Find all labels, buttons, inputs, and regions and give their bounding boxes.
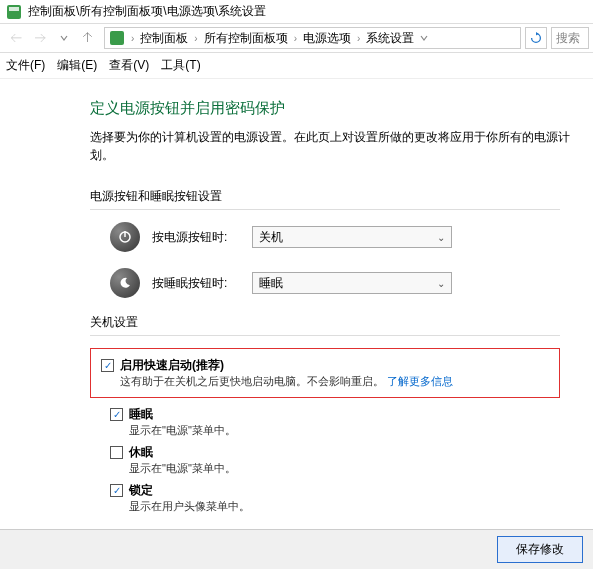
menu-bar: 文件(F) 编辑(E) 查看(V) 工具(T)	[0, 53, 593, 79]
chevron-down-icon: ⌄	[437, 232, 445, 243]
option-title: 启用快速启动(推荐)	[120, 357, 224, 374]
option-desc: 显示在"电源"菜单中。	[129, 423, 593, 438]
option-desc: 显示在用户头像菜单中。	[129, 499, 593, 514]
save-button[interactable]: 保存修改	[497, 536, 583, 563]
divider	[90, 209, 560, 210]
breadcrumb[interactable]: › 控制面板 › 所有控制面板项 › 电源选项 › 系统设置	[104, 27, 521, 49]
chevron-right-icon[interactable]: ›	[290, 33, 301, 44]
chevron-down-icon: ⌄	[437, 278, 445, 289]
chevron-right-icon[interactable]: ›	[190, 33, 201, 44]
back-button[interactable]: 🡠	[4, 26, 28, 50]
menu-tools[interactable]: 工具(T)	[161, 57, 200, 74]
fast-startup-highlight: ✓ 启用快速启动(推荐) 这有助于在关机之后更快地启动电脑。不会影响重启。 了解…	[90, 348, 560, 398]
option-hibernate: 休眠 显示在"电源"菜单中。	[110, 444, 593, 476]
power-button-label: 按电源按钮时:	[152, 229, 252, 246]
section-label-buttons: 电源按钮和睡眠按钮设置	[90, 188, 593, 205]
option-sleep: ✓ 睡眠 显示在"电源"菜单中。	[110, 406, 593, 438]
menu-edit[interactable]: 编辑(E)	[57, 57, 97, 74]
option-title: 锁定	[129, 482, 153, 499]
checkbox-lock[interactable]: ✓	[110, 484, 123, 497]
svg-rect-1	[9, 7, 19, 11]
power-button-dropdown[interactable]: 关机 ⌄	[252, 226, 452, 248]
navigation-bar: 🡠 🡢 🡡 › 控制面板 › 所有控制面板项 › 电源选项 › 系统设置 搜索	[0, 23, 593, 53]
power-button-value: 关机	[259, 229, 283, 246]
breadcrumb-item[interactable]: 电源选项	[301, 30, 353, 47]
breadcrumb-item[interactable]: 所有控制面板项	[202, 30, 290, 47]
option-desc: 这有助于在关机之后更快地启动电脑。不会影响重启。	[120, 375, 384, 387]
checkbox-fast-startup[interactable]: ✓	[101, 359, 114, 372]
footer-bar: 保存修改	[0, 529, 593, 569]
option-title: 休眠	[129, 444, 153, 461]
power-button-row: 按电源按钮时: 关机 ⌄	[110, 222, 593, 252]
menu-file[interactable]: 文件(F)	[6, 57, 45, 74]
option-desc: 显示在"电源"菜单中。	[129, 461, 593, 476]
svg-rect-2	[110, 31, 124, 45]
up-button[interactable]: 🡡	[76, 26, 100, 50]
forward-button[interactable]: 🡢	[28, 26, 52, 50]
sleep-icon	[110, 268, 140, 298]
power-icon	[110, 222, 140, 252]
option-fast-startup: ✓ 启用快速启动(推荐) 这有助于在关机之后更快地启动电脑。不会影响重启。 了解…	[101, 357, 549, 389]
control-panel-icon	[109, 30, 125, 46]
chevron-right-icon[interactable]: ›	[127, 33, 138, 44]
learn-more-link[interactable]: 了解更多信息	[387, 375, 453, 387]
option-title: 睡眠	[129, 406, 153, 423]
chevron-right-icon[interactable]: ›	[353, 33, 364, 44]
page-heading: 定义电源按钮并启用密码保护	[90, 99, 593, 118]
recent-dropdown[interactable]	[52, 26, 76, 50]
search-placeholder: 搜索	[556, 30, 580, 47]
window-title: 控制面板\所有控制面板项\电源选项\系统设置	[28, 3, 266, 20]
menu-view[interactable]: 查看(V)	[109, 57, 149, 74]
section-label-shutdown: 关机设置	[90, 314, 593, 331]
divider	[90, 335, 560, 336]
title-bar: 控制面板\所有控制面板项\电源选项\系统设置	[0, 0, 593, 23]
breadcrumb-item[interactable]: 控制面板	[138, 30, 190, 47]
sleep-button-row: 按睡眠按钮时: 睡眠 ⌄	[110, 268, 593, 298]
breadcrumb-item[interactable]: 系统设置	[364, 30, 416, 47]
checkbox-sleep[interactable]: ✓	[110, 408, 123, 421]
chevron-down-icon[interactable]	[416, 33, 432, 44]
sleep-button-dropdown[interactable]: 睡眠 ⌄	[252, 272, 452, 294]
checkbox-hibernate[interactable]	[110, 446, 123, 459]
page-description: 选择要为你的计算机设置的电源设置。在此页上对设置所做的更改将应用于你所有的电源计…	[90, 128, 593, 164]
sleep-button-label: 按睡眠按钮时:	[152, 275, 252, 292]
control-panel-icon	[6, 4, 22, 20]
refresh-button[interactable]	[525, 27, 547, 49]
sleep-button-value: 睡眠	[259, 275, 283, 292]
option-lock: ✓ 锁定 显示在用户头像菜单中。	[110, 482, 593, 514]
main-content: 定义电源按钮并启用密码保护 选择要为你的计算机设置的电源设置。在此页上对设置所做…	[0, 79, 593, 514]
search-input[interactable]: 搜索	[551, 27, 589, 49]
